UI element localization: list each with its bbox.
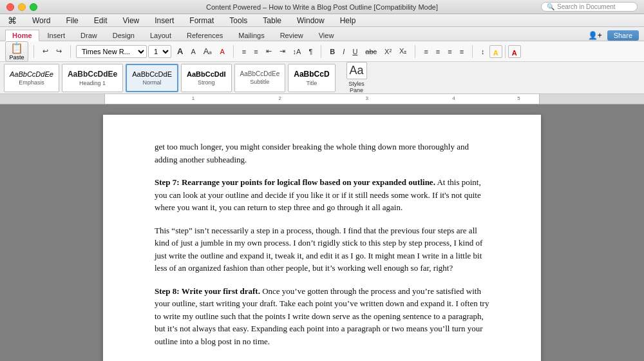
align-center-button[interactable]: ≡ xyxy=(433,46,443,57)
bullets-button[interactable]: ≡ xyxy=(239,46,249,57)
separator-4 xyxy=(321,45,321,58)
emphasis-preview: AaBbCcDdEe xyxy=(10,70,53,78)
search-placeholder: Search in Document xyxy=(557,3,616,10)
bold-button[interactable]: B xyxy=(327,46,338,57)
styles-panel: AaBbCcDdEe Emphasis AaBbCcDdEe Heading 1… xyxy=(0,62,644,94)
font-group: Times New R... 12 xyxy=(76,45,171,58)
document-scroll-area[interactable]: get too much longer, you might consider … xyxy=(0,104,644,361)
menu-file[interactable]: File xyxy=(63,15,80,26)
paste-button[interactable]: 📋 Paste xyxy=(5,41,28,62)
menu-word[interactable]: Word xyxy=(30,15,53,26)
menu-format[interactable]: Format xyxy=(187,15,216,26)
middle-paragraph: This “step” isn’t necessarily a step in … xyxy=(155,224,489,275)
paste-label: Paste xyxy=(9,54,24,61)
tab-layout[interactable]: Layout xyxy=(143,30,178,41)
style-strong[interactable]: AaBbCcDdI Strong xyxy=(181,64,232,92)
font-size-group: A A Aₐ A xyxy=(174,45,228,57)
share-person-icon: 👤+ xyxy=(588,31,602,40)
separator-3 xyxy=(233,45,234,58)
style-title[interactable]: AaBbCcD Title xyxy=(288,64,335,92)
middle-text: This “step” isn’t necessarily a step in … xyxy=(155,226,482,273)
tab-mailings[interactable]: Mailings xyxy=(231,30,271,41)
styles-pane-label: StylesPane xyxy=(348,81,365,93)
format-clear-button[interactable]: Aₐ xyxy=(200,45,216,57)
decrease-font-button[interactable]: A xyxy=(187,46,198,57)
undo-button[interactable]: ↩ xyxy=(39,46,52,57)
maximize-button[interactable] xyxy=(30,3,37,11)
search-box[interactable]: 🔍 Search in Document xyxy=(541,2,638,12)
intro-paragraph: get too much longer, you might consider … xyxy=(155,141,489,166)
styles-pane-icon: Aa xyxy=(346,62,367,79)
separator-5 xyxy=(415,45,415,58)
intro-text: get too much longer, you might consider … xyxy=(155,142,469,164)
style-emphasis[interactable]: AaBbCcDdEe Emphasis xyxy=(4,64,59,92)
ribbon-right: 👤+ Share xyxy=(588,30,639,41)
show-formatting-button[interactable]: ¶ xyxy=(305,46,316,57)
superscript-button[interactable]: X² xyxy=(381,46,395,57)
separator-7 xyxy=(505,45,506,58)
styles-pane-button[interactable]: Aa StylesPane xyxy=(341,62,373,93)
redo-button[interactable]: ↪ xyxy=(53,46,65,57)
share-button[interactable]: Share xyxy=(607,30,639,41)
ribbon-tabs: Home Insert Draw Design Layout Reference… xyxy=(0,27,644,41)
sort-button[interactable]: ↕A xyxy=(290,46,305,57)
numbering-button[interactable]: ≡ xyxy=(251,46,261,57)
subscript-button[interactable]: X₂ xyxy=(396,46,410,57)
tab-references[interactable]: References xyxy=(180,30,230,41)
menu-table[interactable]: Table xyxy=(260,15,284,26)
close-button[interactable] xyxy=(6,3,14,11)
increase-indent-button[interactable]: ⇥ xyxy=(276,46,289,57)
text-align-group: ≡ ≡ ≡ ≡ xyxy=(421,46,467,57)
title-bar-right: 🔍 Search in Document xyxy=(541,2,638,12)
menu-bar: ⌘ Word File Edit View Insert Format Tool… xyxy=(0,14,644,27)
line-spacing-button[interactable]: ↕ xyxy=(478,46,488,57)
tab-view[interactable]: View xyxy=(312,30,341,41)
emphasis-label: Emphasis xyxy=(19,79,44,86)
title-label: Title xyxy=(307,80,317,86)
menu-edit[interactable]: Edit xyxy=(91,15,110,26)
text-effects-button[interactable]: A xyxy=(216,46,227,57)
search-icon: 🔍 xyxy=(547,3,554,10)
style-normal[interactable]: AaBbCcDdE Normal xyxy=(126,64,178,92)
align-right-button[interactable]: ≡ xyxy=(444,46,455,57)
minimize-button[interactable] xyxy=(18,3,26,11)
normal-preview: AaBbCcDdE xyxy=(132,70,172,78)
increase-font-button[interactable]: A xyxy=(174,45,186,57)
menu-help[interactable]: Help xyxy=(337,15,359,26)
italic-button[interactable]: I xyxy=(339,46,348,57)
decrease-indent-button[interactable]: ⇤ xyxy=(263,46,275,57)
menu-tools[interactable]: Tools xyxy=(227,15,250,26)
menu-insert[interactable]: Insert xyxy=(152,15,176,26)
strong-preview: AaBbCcDdI xyxy=(187,70,226,78)
step8-label: Step 8: Write your first draft. xyxy=(155,286,260,296)
separator-6 xyxy=(472,45,473,58)
style-subtitle[interactable]: AaBbCcDdEe Subtitle xyxy=(234,64,286,92)
tab-home[interactable]: Home xyxy=(5,30,39,41)
heading1-preview: AaBbCcDdEe xyxy=(68,70,117,79)
window-title: Content Powered – How to Write a Blog Po… xyxy=(206,3,438,11)
main-content: get too much longer, you might consider … xyxy=(0,104,644,361)
underline-button[interactable]: U xyxy=(349,46,361,57)
color-group: ↕ A A xyxy=(478,45,521,58)
font-color-button[interactable]: A xyxy=(508,45,521,58)
traffic-lights xyxy=(6,3,37,11)
apple-menu[interactable]: ⌘ xyxy=(5,14,19,27)
align-left-button[interactable]: ≡ xyxy=(421,46,431,57)
strikethrough-button[interactable]: abc xyxy=(362,46,380,57)
style-heading1[interactable]: AaBbCcDdEe Heading 1 xyxy=(62,64,123,92)
document-page: get too much longer, you might consider … xyxy=(103,115,541,361)
title-preview: AaBbCcD xyxy=(294,70,329,79)
tab-design[interactable]: Design xyxy=(106,30,142,41)
paste-icon: 📋 xyxy=(10,42,23,54)
font-select[interactable]: Times New R... xyxy=(76,45,147,58)
tab-review[interactable]: Review xyxy=(273,30,310,41)
ruler-inner: 1 2 3 4 5 xyxy=(104,94,540,104)
tab-draw[interactable]: Draw xyxy=(73,30,104,41)
highlight-color-button[interactable]: A xyxy=(489,45,502,58)
menu-window[interactable]: Window xyxy=(294,15,327,26)
subtitle-preview: AaBbCcDdEe xyxy=(240,70,280,77)
tab-insert[interactable]: Insert xyxy=(41,30,73,41)
align-justify-button[interactable]: ≡ xyxy=(457,46,467,57)
menu-view[interactable]: View xyxy=(120,15,142,26)
font-size-select[interactable]: 12 xyxy=(148,45,171,58)
